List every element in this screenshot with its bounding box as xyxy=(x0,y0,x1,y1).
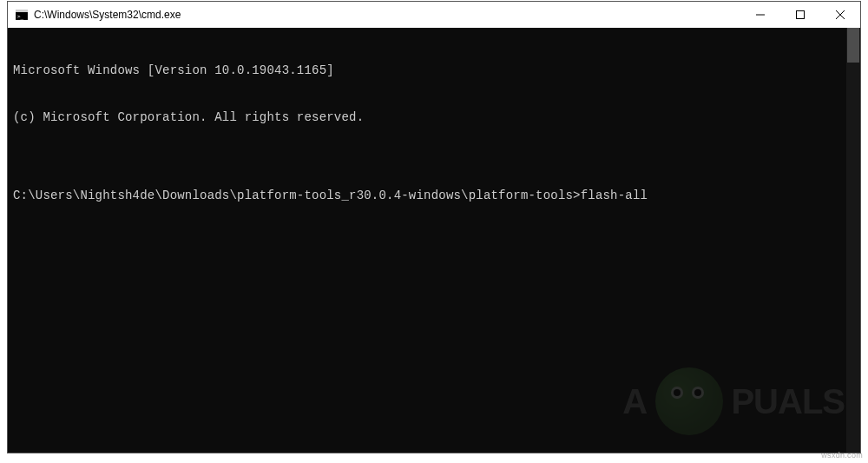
scroll-thumb[interactable] xyxy=(847,28,859,63)
cmd-window: >_ C:\Windows\System32\cmd.exe Microsoft… xyxy=(7,1,861,453)
cmd-icon: >_ xyxy=(15,8,29,22)
svg-rect-1 xyxy=(16,10,28,12)
window-controls xyxy=(740,2,860,28)
maximize-button[interactable] xyxy=(780,2,820,28)
output-line: (c) Microsoft Corporation. All rights re… xyxy=(13,109,841,125)
titlebar-left: >_ C:\Windows\System32\cmd.exe xyxy=(8,8,181,22)
window-title: C:\Windows\System32\cmd.exe xyxy=(34,9,181,21)
output-line: Microsoft Windows [Version 10.0.19043.11… xyxy=(13,63,841,78)
close-button[interactable] xyxy=(820,2,860,28)
vertical-scrollbar[interactable] xyxy=(846,28,860,453)
svg-rect-4 xyxy=(797,11,805,19)
svg-text:>_: >_ xyxy=(17,13,24,20)
attribution-text: wsxdn.com xyxy=(821,451,863,460)
command-input[interactable]: flash-all xyxy=(581,189,648,202)
titlebar[interactable]: >_ C:\Windows\System32\cmd.exe xyxy=(8,2,860,28)
prompt-line: C:\Users\Nightsh4de\Downloads\platform-t… xyxy=(13,188,841,203)
terminal-area: Microsoft Windows [Version 10.0.19043.11… xyxy=(8,28,860,453)
prompt-path: C:\Users\Nightsh4de\Downloads\platform-t… xyxy=(13,189,581,202)
minimize-button[interactable] xyxy=(740,2,780,28)
terminal-output[interactable]: Microsoft Windows [Version 10.0.19043.11… xyxy=(8,28,846,453)
